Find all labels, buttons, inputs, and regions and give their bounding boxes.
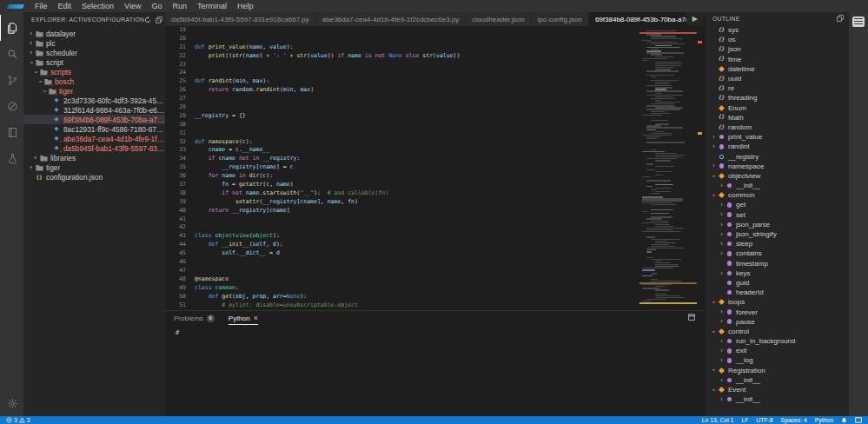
outline-item-uuid[interactable]: {}uuid: [705, 74, 849, 83]
tree-item-bosch[interactable]: ›bosch: [23, 76, 165, 86]
tree-item-scheduler[interactable]: ›scheduler: [23, 48, 165, 57]
outline-item-print-value[interactable]: ›print_value: [705, 132, 849, 142]
outline-item-sys[interactable]: {}sys: [705, 25, 849, 35]
test-beaker-icon[interactable]: [0, 145, 23, 171]
outline-item-guid[interactable]: guid: [705, 278, 849, 288]
tree-item-configuration-json[interactable]: {}configuration.json: [23, 172, 165, 182]
outline-item-label: Event: [728, 386, 745, 394]
symbol-class-icon: [718, 300, 726, 304]
outline-collapse-icon[interactable]: [837, 15, 844, 23]
editor-tab[interactable]: cloudheader.json: [466, 12, 532, 26]
outline-item-common[interactable]: ›common: [705, 190, 849, 200]
menu-go[interactable]: Go: [146, 0, 167, 12]
outline-item-json-parse[interactable]: ›json_parse: [705, 220, 849, 229]
tree-item-datalayer[interactable]: ›datalayer: [23, 29, 165, 38]
panel-tab-problems[interactable]: Problems6: [174, 311, 215, 325]
panel-maximize-icon[interactable]: [688, 314, 695, 322]
outline-item-time[interactable]: {}time: [705, 55, 849, 64]
menu-run[interactable]: Run: [167, 0, 192, 12]
tree-item-script[interactable]: ›script: [23, 57, 165, 67]
status-ln[interactable]: Ln 13, Col 1: [702, 416, 734, 424]
outline-item-init[interactable]: ›__init__: [705, 181, 849, 190]
search-icon[interactable]: [0, 41, 23, 67]
tree-item-plc[interactable]: ›plc: [23, 38, 165, 48]
outline-item-os[interactable]: {}os: [705, 35, 849, 44]
menu-edit[interactable]: Edit: [53, 0, 77, 12]
outline-item-registry[interactable]: __registry: [705, 151, 849, 161]
tree-item-tiger[interactable]: ›tiger: [23, 86, 165, 96]
outline-item-contains[interactable]: ›contains: [705, 248, 849, 258]
files-icon[interactable]: [0, 15, 23, 41]
menu-terminal[interactable]: Terminal: [192, 0, 232, 12]
outline-item-keys[interactable]: ›keys: [705, 268, 849, 278]
code-line: 49class common:: [165, 284, 639, 293]
code-editor[interactable]: 192021def print_value(name, value):22 pr…: [165, 26, 639, 310]
outline-item-exit[interactable]: ›exit: [705, 346, 849, 355]
overview-ruler[interactable]: [697, 26, 704, 310]
screencast-icon[interactable]: [855, 417, 862, 423]
outline-item-datetime[interactable]: datetime: [705, 64, 849, 74]
outline-item-registration[interactable]: ›Registration: [705, 366, 849, 375]
outline-item-enum[interactable]: Enum: [705, 103, 849, 113]
tree-item-69f384b8-089f-453b-70ba-a7c275547a0[interactable]: ◆69f384b8-089f-453b-70ba-a7c275547a0...: [23, 115, 165, 124]
outline-item-threading[interactable]: {}threading: [705, 93, 849, 103]
collapse-all-icon[interactable]: [156, 17, 162, 23]
outline-item-init[interactable]: ›__init__: [705, 394, 849, 404]
panel-tab-python[interactable]: Python×: [229, 311, 258, 325]
outline-item-math[interactable]: {}Math: [705, 113, 849, 123]
outline-item-forever[interactable]: ›forever: [705, 307, 849, 316]
outline-item-objectview[interactable]: ›objectview: [705, 171, 849, 181]
outline-item-set[interactable]: ›set: [705, 210, 849, 220]
run-button[interactable]: ▶: [692, 16, 698, 23]
tree-item-tiger[interactable]: ›tiger: [23, 162, 165, 172]
outline-item-json-stringify[interactable]: ›json_stringify: [705, 229, 849, 239]
outline-item-random[interactable]: {}random: [705, 123, 849, 132]
settings-gear-icon[interactable]: [0, 390, 23, 416]
menu-help[interactable]: Help: [232, 0, 259, 12]
tree-item-8ac12931-ff9c-4586-7180-678a6a75b74[interactable]: ◆8ac12931-ff9c-4586-7180-678a6a75b74...: [23, 124, 165, 134]
editor-tab[interactable]: da5b945f-bab1-43f9-5597-831e916ca667.py: [165, 12, 316, 26]
outline-item-namespace[interactable]: ›namespace: [705, 162, 849, 171]
refresh-icon[interactable]: [144, 17, 151, 23]
status-spaces[interactable]: Spaces: 4: [781, 416, 807, 424]
tree-item-abe36da7-cea4-4d1b-4fe9-1f2cdcbec6e[interactable]: ◆abe36da7-cea4-4d1b-4fe9-1f2cdcbec6e...: [23, 134, 165, 143]
editor-tab[interactable]: 69f384b8-089f-453b-70ba-a7c275547a01.py×: [589, 12, 686, 26]
status-lf[interactable]: LF: [741, 416, 748, 424]
outline-list-icon[interactable]: [852, 17, 865, 27]
bell-icon[interactable]: [841, 417, 847, 424]
debug-disabled-icon[interactable]: [0, 93, 23, 119]
status-python[interactable]: Python: [815, 416, 833, 424]
outline-item-sleep[interactable]: ›sleep: [705, 239, 849, 248]
status-utf-8[interactable]: UTF-8: [756, 416, 772, 424]
menu-selection[interactable]: Selection: [76, 0, 119, 12]
outline-item-run-in-background[interactable]: ›run_in_background: [705, 336, 849, 346]
menu-view[interactable]: View: [119, 0, 146, 12]
tree-item-2c3d7336-60fc-4df3-392a-45798ba045d[interactable]: ◆2c3d7336-60fc-4df3-392a-45798ba045d...: [23, 96, 165, 105]
outline-item-init[interactable]: ›__init__: [705, 375, 849, 385]
outline-item-log[interactable]: ›__log: [705, 355, 849, 365]
outline-item-re[interactable]: {}re: [705, 83, 849, 93]
tree-item-scripts[interactable]: ›scripts: [23, 67, 165, 76]
chevron-down-icon: ›: [41, 87, 48, 95]
tree-item-da5b945f-bab1-43f9-5597-831e916ca66[interactable]: ◆da5b945f-bab1-43f9-5597-831e916ca66...: [23, 143, 165, 153]
tree-item-libraries[interactable]: ›libraries: [23, 153, 165, 162]
close-icon[interactable]: ×: [254, 315, 258, 322]
menu-file[interactable]: File: [30, 0, 53, 12]
outline-item-timestamp[interactable]: timestamp: [705, 259, 849, 268]
minimap[interactable]: [639, 26, 697, 310]
outline-item-get[interactable]: ›get: [705, 200, 849, 209]
tree-item-312f614d-9884-463a-7f0b-e6da9060bdc[interactable]: ◆312f614d-9884-463a-7f0b-e6da9060bdc...: [23, 105, 165, 115]
outline-item-json[interactable]: {}json: [705, 44, 849, 54]
outline-item-randint[interactable]: ›randint: [705, 142, 849, 151]
source-control-icon[interactable]: [0, 67, 23, 93]
editor-tab[interactable]: ipc-config.json: [532, 12, 589, 26]
outline-item-headerid[interactable]: headerId: [705, 288, 849, 297]
editor-tab[interactable]: abe36da7-cea4-4d1b-4fe9-1f2cdcbec6e3.py: [316, 12, 466, 26]
outline-item-pause[interactable]: ›pause: [705, 317, 849, 327]
outline-item-event[interactable]: ›Event: [705, 385, 849, 394]
panel-content[interactable]: #: [165, 325, 704, 341]
outline-item-control[interactable]: ›control: [705, 327, 849, 336]
notebook-icon[interactable]: [0, 119, 23, 145]
outline-item-loops[interactable]: ›loops: [705, 297, 849, 307]
problems-status[interactable]: 3 3: [6, 416, 30, 424]
